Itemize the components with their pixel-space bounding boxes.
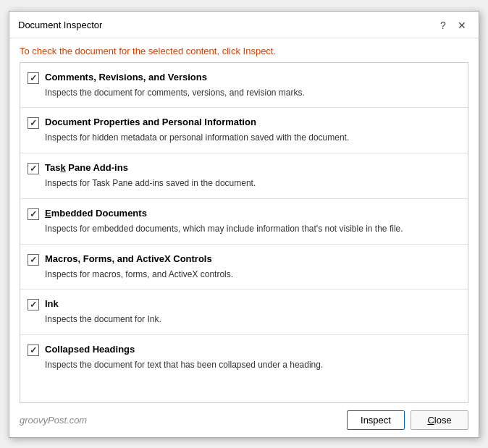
check-label-headings: Collapsed Headings [45,344,135,355]
dialog-title: Document Inspector [18,20,102,30]
check-desc-properties: Inspects for hidden metadata or personal… [45,132,458,144]
check-header-properties: Document Properties and Personal Informa… [28,117,458,129]
check-header-embedded: Embedded Documents [28,208,458,220]
check-item-properties: Document Properties and Personal Informa… [20,108,468,153]
checkbox-properties[interactable] [28,117,39,129]
check-item-comments: Comments, Revisions, and VersionsInspect… [20,63,468,109]
close-underline: C [427,415,434,426]
checkbox-macros[interactable] [28,254,39,266]
check-desc-comments: Inspects the document for comments, vers… [45,87,458,99]
check-label-ink: Ink [45,298,59,309]
check-label-taskpane: Task Pane Add-ins [45,162,128,173]
document-inspector-dialog: Document Inspector ? ✕ To check the docu… [9,11,479,438]
checkbox-comments[interactable] [28,72,39,84]
checkbox-taskpane[interactable] [28,163,39,174]
check-item-headings: Collapsed HeadingsInspects the document … [20,335,468,380]
check-desc-headings: Inspects the document for text that has … [45,359,458,371]
check-desc-embedded: Inspects for embedded documents, which m… [45,223,458,235]
check-item-embedded: Embedded DocumentsInspects for embedded … [20,199,468,245]
title-bar-left: Document Inspector [18,20,102,30]
check-item-taskpane: Task Pane Add-insInspects for Task Pane … [20,153,468,199]
checkbox-embedded[interactable] [28,208,39,220]
footer-buttons: Inspect Close [347,410,468,430]
help-button[interactable]: ? [435,17,451,33]
check-item-macros: Macros, Forms, and ActiveX ControlsInspe… [20,245,468,290]
check-header-headings: Collapsed Headings [28,344,458,356]
check-label-macros: Macros, Forms, and ActiveX Controls [45,253,212,264]
check-desc-ink: Inspects the document for Ink. [45,313,458,326]
checkbox-ink[interactable] [28,299,39,310]
check-desc-taskpane: Inspects for Task Pane add-ins saved in … [45,177,458,190]
check-label-embedded: Embedded Documents [45,208,147,219]
close-footer-button[interactable]: Close [411,410,468,430]
check-desc-macros: Inspects for macros, forms, and ActiveX … [45,269,458,281]
check-header-macros: Macros, Forms, and ActiveX Controls [28,253,458,266]
check-header-ink: Ink [28,298,458,310]
brand-label: groovyPost.com [20,415,87,426]
check-header-comments: Comments, Revisions, and Versions [28,72,458,84]
dialog-instruction: To check the document for the selected c… [9,38,479,62]
dialog-footer: groovyPost.com Inspect Close [9,403,479,437]
title-bar: Document Inspector ? ✕ [9,12,479,38]
dialog-body: Comments, Revisions, and VersionsInspect… [20,62,468,403]
inspect-button[interactable]: Inspect [347,410,405,430]
close-label-suffix: lose [434,415,452,426]
check-label-comments: Comments, Revisions, and Versions [45,72,207,83]
title-bar-right: ? ✕ [435,17,470,33]
close-button[interactable]: ✕ [454,17,470,33]
checklist: Comments, Revisions, and VersionsInspect… [20,63,468,402]
check-label-properties: Document Properties and Personal Informa… [45,117,256,127]
check-header-taskpane: Task Pane Add-ins [28,162,458,174]
checkbox-headings[interactable] [28,345,39,356]
check-item-ink: InkInspects the document for Ink. [20,289,468,335]
